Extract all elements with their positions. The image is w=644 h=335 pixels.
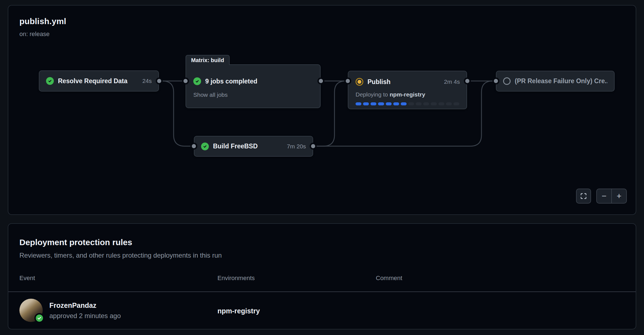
show-all-jobs-link[interactable]: Show all jobs <box>193 92 228 98</box>
connector-dot <box>346 79 350 83</box>
job-node-publish[interactable]: Publish 2m 4s Deploying tonpm-registry <box>348 71 467 109</box>
progress-segment <box>431 102 437 105</box>
in-progress-icon <box>356 78 363 86</box>
success-check-icon <box>201 143 209 150</box>
connector-lines <box>8 6 636 214</box>
connector-dot <box>157 79 161 83</box>
approval-status-text: approved 2 minutes ago <box>49 312 121 320</box>
deploy-progress-bar <box>356 102 459 105</box>
job-node-matrix-build[interactable]: 9 jobs completed Show all jobs <box>186 64 321 108</box>
job-duration: 24s <box>138 78 152 84</box>
connector-dot <box>319 79 323 83</box>
row-environment-name: npm-registry <box>217 307 260 315</box>
column-header-comment: Comment <box>376 275 402 282</box>
approved-badge-icon <box>34 313 44 323</box>
progress-segment <box>371 102 376 105</box>
progress-segment <box>416 102 422 105</box>
connector-dot <box>311 144 315 148</box>
pending-circle-icon <box>503 77 511 85</box>
progress-segment <box>401 102 407 105</box>
job-node-resolve-required-data[interactable]: Resolve Required Data 24s <box>39 70 159 92</box>
job-title: 9 jobs completed <box>205 78 257 85</box>
job-title: (PR Release Failure Only) Cre... <box>515 77 607 85</box>
deploy-prefix: Deploying to <box>356 91 388 98</box>
progress-segment <box>408 102 414 105</box>
connector-dot <box>494 79 498 83</box>
connector-dot <box>465 79 470 83</box>
progress-segment <box>393 102 399 105</box>
environment-name: npm-registry <box>390 91 425 98</box>
connector-dot <box>192 144 196 148</box>
matrix-group-label: Matrix: build <box>191 57 224 64</box>
panel-heading: Deployment protection rules <box>19 238 132 247</box>
job-node-build-freebsd[interactable]: Build FreeBSD 7m 20s <box>194 136 313 157</box>
progress-segment <box>363 102 369 105</box>
progress-segment <box>356 102 361 105</box>
column-header-environments: Environments <box>217 275 255 282</box>
job-node-pr-release-failure[interactable]: (PR Release Failure Only) Cre... <box>496 71 615 92</box>
job-duration: 2m 4s <box>440 78 460 85</box>
progress-segment <box>446 102 452 105</box>
table-header-divider <box>8 291 636 292</box>
progress-segment <box>438 102 444 105</box>
deployment-protection-panel: Deployment protection rules Reviewers, t… <box>8 223 636 329</box>
panel-subtitle: Reviewers, timers, and other rules prote… <box>19 252 222 259</box>
avatar <box>19 299 43 322</box>
progress-segment <box>423 102 429 105</box>
connector-dot <box>184 79 188 83</box>
progress-segment <box>378 102 384 105</box>
job-title: Resolve Required Data <box>58 77 128 85</box>
success-check-icon <box>46 77 54 85</box>
progress-segment <box>453 102 459 105</box>
progress-segment <box>386 102 392 105</box>
matrix-group-tab: Matrix: build <box>186 55 230 65</box>
deploy-status-text: Deploying tonpm-registry <box>356 91 425 98</box>
column-header-event: Event <box>19 275 35 282</box>
success-check-icon <box>193 77 201 85</box>
job-duration: 7m 20s <box>283 143 306 150</box>
job-title: Build FreeBSD <box>213 143 258 150</box>
job-title: Publish <box>367 78 391 86</box>
workflow-graph-panel: publish.yml on: release Resolve Required… <box>8 5 636 215</box>
approver-username: FrozenPandaz <box>49 301 96 309</box>
